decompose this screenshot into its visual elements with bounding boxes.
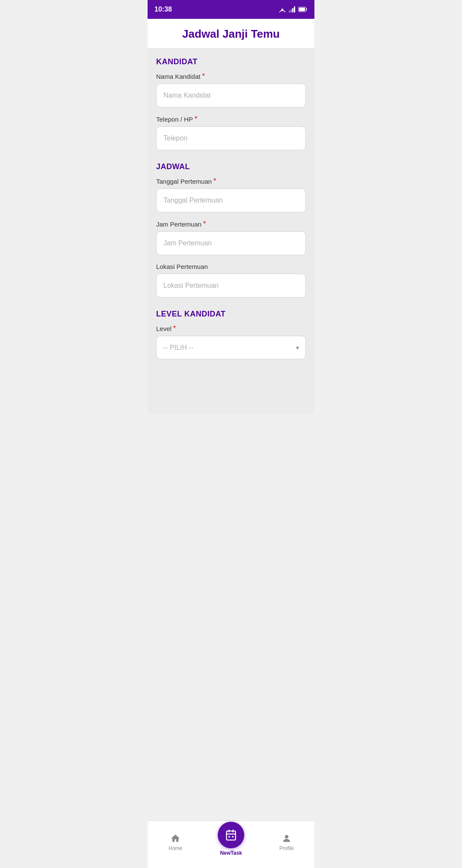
nav-newtask-label: NewTask	[220, 850, 242, 856]
status-time: 10:38	[154, 6, 172, 13]
page-header: Jadwal Janji Temu	[148, 19, 314, 49]
level-select-wrapper: -- PILIH -- ▾	[156, 336, 306, 359]
jam-pertemuan-field: Jam Pertemuan *	[156, 220, 306, 255]
profile-icon	[281, 833, 292, 844]
tanggal-pertemuan-label: Tanggal Pertemuan *	[156, 177, 306, 185]
required-star-jam: *	[203, 220, 206, 228]
nama-kandidat-field: Nama Kandidat *	[156, 72, 306, 107]
svg-rect-6	[299, 8, 305, 11]
lokasi-pertemuan-input[interactable]	[156, 274, 306, 298]
nav-newtask[interactable]: NewTask	[203, 822, 259, 856]
status-icons	[278, 6, 308, 12]
jam-pertemuan-label: Jam Pertemuan *	[156, 220, 306, 228]
kandidat-section-title: KANDIDAT	[156, 57, 306, 66]
required-star-telepon: *	[195, 115, 197, 123]
svg-rect-3	[292, 8, 293, 12]
jadwal-section-title: JADWAL	[156, 162, 306, 171]
level-field: Level * -- PILIH -- ▾	[156, 325, 306, 359]
home-icon	[170, 833, 181, 844]
telepon-input[interactable]	[156, 126, 306, 150]
required-star-tanggal: *	[213, 177, 216, 185]
nav-profile-label: Profile	[279, 845, 294, 851]
wifi-icon	[278, 6, 286, 12]
tanggal-pertemuan-field: Tanggal Pertemuan *	[156, 177, 306, 212]
telepon-label: Telepon / HP *	[156, 115, 306, 123]
nav-home-label: Home	[169, 845, 182, 851]
nav-profile[interactable]: Profile	[259, 833, 314, 851]
level-select[interactable]: -- PILIH --	[156, 336, 306, 359]
bottom-nav: Home NewTask Profile	[148, 820, 314, 868]
level-kandidat-section-title: LEVEL KANDIDAT	[156, 310, 306, 319]
svg-rect-11	[228, 836, 230, 838]
level-label: Level *	[156, 325, 306, 332]
newtask-circle	[218, 822, 244, 848]
required-star: *	[202, 72, 204, 80]
lokasi-pertemuan-label: Lokasi Pertemuan	[156, 263, 306, 270]
tanggal-pertemuan-input[interactable]	[156, 188, 306, 212]
battery-icon	[298, 7, 308, 12]
svg-rect-1	[289, 11, 290, 12]
nama-kandidat-input[interactable]	[156, 84, 306, 107]
telepon-field: Telepon / HP *	[156, 115, 306, 150]
required-star-level: *	[173, 325, 176, 332]
main-content: KANDIDAT Nama Kandidat * Telepon / HP * …	[148, 49, 314, 414]
svg-rect-2	[290, 9, 292, 12]
jadwal-section: JADWAL Tanggal Pertemuan * Jam Pertemuan…	[156, 162, 306, 298]
page-title: Jadwal Janji Temu	[154, 27, 308, 41]
svg-rect-4	[294, 6, 295, 12]
signal-icon	[289, 6, 296, 12]
nav-home[interactable]: Home	[148, 833, 203, 851]
jam-pertemuan-input[interactable]	[156, 231, 306, 255]
calendar-icon	[225, 829, 237, 841]
status-bar: 10:38	[148, 0, 314, 19]
lokasi-pertemuan-field: Lokasi Pertemuan	[156, 263, 306, 298]
svg-rect-12	[232, 836, 234, 838]
kandidat-section: KANDIDAT Nama Kandidat * Telepon / HP *	[156, 57, 306, 150]
level-kandidat-section: LEVEL KANDIDAT Level * -- PILIH -- ▾	[156, 310, 306, 359]
svg-point-13	[285, 835, 288, 838]
nama-kandidat-label: Nama Kandidat *	[156, 72, 306, 80]
svg-rect-7	[227, 831, 236, 840]
